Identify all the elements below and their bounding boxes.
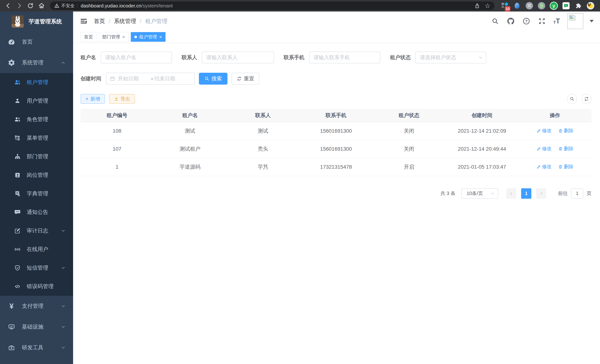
sidebar-item-menu[interactable]: 菜单管理	[0, 129, 73, 147]
caret-down-icon[interactable]	[590, 20, 594, 22]
refresh-icon	[584, 96, 589, 101]
sidebar-item-sms[interactable]: 短信管理	[0, 259, 73, 277]
tab-home[interactable]: 首页	[81, 32, 96, 42]
trash-icon	[558, 165, 563, 169]
date-end-input[interactable]	[154, 76, 186, 82]
tab-dept[interactable]: 部门管理 ×	[99, 32, 129, 42]
breadcrumb: 首页 / 系统管理 / 租户管理	[94, 18, 168, 25]
next-page-button[interactable]	[536, 188, 546, 199]
user-icon	[14, 97, 21, 105]
delete-link[interactable]: 删除	[558, 145, 573, 152]
table-row: 1 芋道源码 芋艿 17321315478 开启 2021-01-05 17:0…	[81, 158, 591, 176]
extension-y-icon[interactable]: y	[550, 2, 558, 10]
extensions-puzzle-icon[interactable]	[574, 2, 582, 10]
delete-link[interactable]: 删除	[558, 163, 573, 170]
mobile-input[interactable]	[309, 52, 380, 64]
extension-balloon-icon[interactable]	[513, 2, 521, 10]
breadcrumb-system[interactable]: 系统管理	[114, 18, 136, 25]
column-header: 租户名	[153, 109, 226, 122]
sidebar-item-devtools[interactable]: 研发工具	[0, 337, 73, 358]
add-button[interactable]: + 新增	[81, 94, 105, 104]
sidebar-item-label: 系统管理	[22, 59, 43, 66]
goto-page-input[interactable]	[571, 188, 583, 199]
status-select[interactable]	[415, 52, 486, 64]
sidebar-item-system[interactable]: 系统管理	[0, 52, 73, 73]
briefcase-icon	[7, 344, 16, 352]
extension-pinned-icon[interactable]: 10	[501, 2, 509, 10]
sidebar-item-post[interactable]: 岗位管理	[0, 166, 73, 184]
contact-input[interactable]	[202, 52, 274, 64]
avatar[interactable]	[567, 13, 583, 29]
sidebar-item-home[interactable]: 首页	[0, 32, 73, 52]
column-header: 租户状态	[373, 109, 445, 122]
sidebar-item-payment[interactable]: ¥ 支付管理	[0, 296, 73, 317]
prev-page-button[interactable]	[506, 188, 516, 199]
url-path: /system/tenant	[141, 3, 173, 9]
filter-mobile: 联系手机	[284, 52, 380, 64]
font-size-icon[interactable]: TT	[553, 18, 560, 25]
sidebar-item-tenant[interactable]: 租户管理	[0, 73, 73, 92]
chevron-down-icon	[490, 191, 495, 196]
extension-chat-icon[interactable]	[562, 2, 570, 10]
chevron-left-icon	[509, 191, 514, 196]
sidebar-item-dept[interactable]: 部门管理	[0, 147, 73, 166]
export-button[interactable]: 导出	[109, 94, 135, 104]
breadcrumb-home[interactable]: 首页	[94, 18, 105, 25]
tab-label: 租户管理	[139, 34, 157, 40]
edit-link[interactable]: 修改	[536, 163, 552, 170]
sidebar-item-infra[interactable]: 基础设施	[0, 317, 73, 337]
back-icon[interactable]	[3, 1, 13, 10]
refresh-button[interactable]	[581, 94, 591, 104]
reload-icon[interactable]	[26, 1, 35, 10]
forward-icon[interactable]	[14, 1, 24, 10]
tenant-name-input[interactable]	[101, 52, 172, 64]
sidebar-item-user[interactable]: 用户管理	[0, 92, 73, 110]
edit-link[interactable]: 修改	[536, 127, 552, 134]
close-icon[interactable]: ×	[159, 35, 162, 39]
edit-link[interactable]: 修改	[536, 145, 552, 152]
sidebar-item-audit-log[interactable]: 审计日志	[0, 222, 73, 240]
close-icon[interactable]: ×	[122, 35, 125, 39]
page-number-button[interactable]: 1	[521, 188, 531, 199]
status-select-input[interactable]	[415, 52, 486, 64]
toggle-search-button[interactable]	[567, 94, 577, 104]
app-logo-row[interactable]: 芋道管理系统	[0, 11, 73, 32]
share-icon[interactable]	[474, 3, 480, 9]
url-bar[interactable]: 不安全 dashboard.yudao.iocoder.cn/system/te…	[50, 1, 494, 10]
reset-button[interactable]: 重置	[232, 73, 259, 84]
fullscreen-icon[interactable]	[538, 17, 546, 25]
sidebar-item-error-code[interactable]: 错误码管理	[0, 277, 73, 296]
cell-status: 开启	[373, 158, 445, 176]
extension-command-icon[interactable]: ⌘	[525, 2, 533, 10]
github-icon[interactable]	[507, 17, 515, 25]
cell-mobile: 15601691300	[300, 140, 372, 158]
top-navbar: 首页 / 系统管理 / 租户管理 ? TT	[73, 11, 600, 31]
search-button[interactable]: 搜索	[199, 73, 227, 84]
extension-emoji-icon[interactable]	[586, 2, 595, 10]
extension-record-icon[interactable]	[537, 2, 546, 10]
column-header: 联系人	[226, 109, 300, 122]
column-header: 操作	[519, 109, 591, 122]
delete-link[interactable]: 删除	[558, 127, 573, 134]
sidebar-item-dict[interactable]: 字典管理	[0, 184, 73, 203]
page-size-select[interactable]: 10条/页	[461, 188, 498, 199]
edit-icon	[536, 165, 541, 169]
filter-tenant-name: 租户名	[81, 52, 172, 64]
home-icon[interactable]	[37, 1, 46, 10]
shield-icon	[14, 264, 21, 272]
sidebar-item-notice[interactable]: 通知公告	[0, 203, 73, 222]
sidebar-item-online-users[interactable]: 在线用户	[0, 240, 73, 259]
sidebar-collapse-icon[interactable]	[79, 17, 88, 25]
page-unit-label: 页	[587, 190, 591, 197]
sidebar-item-role[interactable]: 角色管理	[0, 110, 73, 129]
download-icon	[114, 96, 119, 101]
url-text: dashboard.yudao.iocoder.cn/system/tenant	[81, 3, 173, 9]
bookmark-star-icon[interactable]: ☆	[485, 3, 490, 9]
help-icon[interactable]: ?	[522, 17, 530, 25]
filter-form-row-1: 租户名 联系人 联系手机 租户状态	[81, 52, 591, 64]
date-range-picker[interactable]: -	[106, 73, 195, 84]
chevron-right-icon	[539, 191, 544, 196]
date-start-input[interactable]	[118, 76, 150, 82]
tab-tenant[interactable]: 租户管理 ×	[131, 32, 166, 42]
search-icon[interactable]	[491, 17, 499, 25]
